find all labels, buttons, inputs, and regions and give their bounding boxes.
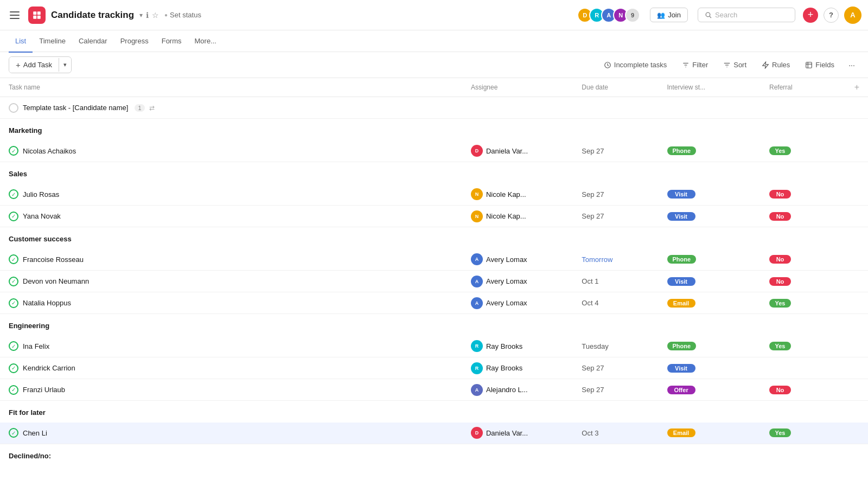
- task-check[interactable]: [9, 298, 18, 308]
- referral-badge: No: [769, 212, 791, 221]
- avatar-overflow-count[interactable]: 9: [625, 8, 640, 23]
- section-header-row: Engineering: [0, 314, 868, 336]
- interview-badge: Phone: [667, 146, 697, 155]
- referral-badge: Yes: [769, 299, 791, 308]
- star-icon[interactable]: ☆: [152, 11, 159, 20]
- add-task-main[interactable]: Add Task: [9, 57, 59, 73]
- assignee-avatar: A: [471, 297, 483, 309]
- referral-badge: Yes: [769, 428, 791, 437]
- interview-status-cell: Phone: [659, 249, 761, 271]
- interview-badge: Visit: [667, 190, 695, 199]
- assignee-cell: A Avery Lomax: [462, 271, 573, 292]
- interview-status-cell: Email: [659, 423, 761, 444]
- sort-button[interactable]: Sort: [718, 58, 752, 72]
- task-check[interactable]: [9, 146, 18, 156]
- due-date-cell: Sep 27: [573, 357, 658, 379]
- referral-cell: Yes: [761, 140, 846, 162]
- assignee-cell: A Avery Lomax: [462, 249, 573, 271]
- svg-point-4: [706, 12, 710, 17]
- add-cell: [846, 423, 868, 444]
- filter-button[interactable]: Filter: [676, 58, 713, 72]
- referral-badge: Yes: [769, 146, 791, 155]
- referral-cell: [761, 357, 846, 379]
- team-avatars[interactable]: D R A N 9: [577, 8, 640, 23]
- assignee-cell: D Daniela Var...: [462, 423, 573, 444]
- col-assignee: Assignee: [462, 78, 573, 97]
- section-title: Customer success: [0, 227, 868, 249]
- more-options-button[interactable]: ···: [844, 57, 859, 73]
- rules-button[interactable]: Rules: [756, 58, 795, 72]
- project-title: Candidate tracking: [51, 10, 134, 21]
- add-cell: [846, 271, 868, 292]
- col-due-date: Due date: [573, 78, 658, 97]
- assignee-cell: A Alejandro L...: [462, 379, 573, 401]
- referral-badge: Yes: [769, 342, 791, 350]
- tab-calendar[interactable]: Calendar: [72, 31, 114, 53]
- referral-badge: No: [769, 190, 791, 199]
- create-button[interactable]: +: [803, 8, 818, 23]
- referral-cell: No: [761, 184, 846, 206]
- due-date-cell: Oct 4: [573, 292, 658, 314]
- referral-badge: No: [769, 277, 791, 286]
- info-icon[interactable]: ℹ: [146, 11, 149, 20]
- add-cell: [846, 184, 868, 206]
- referral-cell: No: [761, 249, 846, 271]
- svg-rect-13: [806, 62, 812, 68]
- task-name-cell: Francoise Rosseau: [0, 249, 462, 271]
- add-cell: [846, 97, 868, 119]
- tab-more[interactable]: More...: [188, 31, 223, 53]
- task-check[interactable]: [9, 363, 18, 373]
- section-header-row: Declined/no:: [0, 444, 868, 466]
- dropdown-icon[interactable]: ▾: [139, 11, 143, 19]
- assignee-cell: R Ray Brooks: [462, 357, 573, 379]
- add-task-button[interactable]: Add Task ▾: [9, 56, 72, 73]
- task-check[interactable]: [9, 385, 18, 395]
- tab-progress[interactable]: Progress: [114, 31, 155, 53]
- interview-badge: Visit: [667, 212, 695, 221]
- section-title: Declined/no:: [0, 444, 868, 466]
- section-header-row: Fit for later: [0, 401, 868, 423]
- table-row: Chen Li D Daniela Var... Oct 3EmailYes: [0, 423, 868, 444]
- user-avatar[interactable]: A: [844, 7, 861, 24]
- task-check[interactable]: [9, 212, 18, 221]
- task-check[interactable]: [9, 277, 18, 286]
- task-check[interactable]: [9, 254, 18, 264]
- search-box[interactable]: Search: [698, 8, 795, 22]
- col-add[interactable]: +: [846, 78, 868, 97]
- col-task-name: Task name: [0, 78, 462, 97]
- interview-status-cell: Visit: [659, 357, 761, 379]
- svg-rect-0: [33, 11, 36, 15]
- task-check[interactable]: [9, 428, 18, 438]
- set-status-button[interactable]: Set status: [164, 11, 201, 19]
- task-name-cell: Chen Li: [0, 423, 462, 444]
- tab-forms[interactable]: Forms: [155, 31, 188, 53]
- task-name-cell: Kendrick Carrion: [0, 357, 462, 379]
- task-check[interactable]: [9, 341, 18, 351]
- task-check[interactable]: [9, 189, 18, 199]
- interview-status-cell: [659, 97, 761, 119]
- help-button[interactable]: ?: [824, 8, 839, 23]
- due-date-cell: Sep 27: [573, 140, 658, 162]
- task-name-cell: Yana Novak: [0, 206, 462, 227]
- tab-list[interactable]: List: [9, 31, 33, 53]
- hamburger-menu[interactable]: [7, 8, 23, 22]
- svg-line-5: [710, 16, 711, 18]
- top-bar: Candidate tracking ▾ ℹ ☆ Set status D R …: [0, 0, 868, 30]
- fields-button[interactable]: Fields: [800, 58, 840, 72]
- table-row: Template task - [Candidate name] 1 ⇄: [0, 97, 868, 119]
- assignee-cell: A Avery Lomax: [462, 292, 573, 314]
- add-cell: [846, 249, 868, 271]
- task-name-cell: Nicolas Achaikos: [0, 140, 462, 162]
- task-check[interactable]: [9, 103, 18, 113]
- title-actions: ▾ ℹ ☆: [139, 11, 159, 20]
- interview-status-cell: Email: [659, 292, 761, 314]
- join-button[interactable]: Join: [650, 8, 688, 22]
- interview-badge: Email: [667, 299, 695, 308]
- task-name-cell: Julio Rosas: [0, 184, 462, 206]
- tab-timeline[interactable]: Timeline: [33, 31, 72, 53]
- add-task-dropdown[interactable]: ▾: [59, 58, 71, 72]
- incomplete-tasks-filter[interactable]: Incomplete tasks: [598, 58, 673, 72]
- tasks-table-container: Task name Assignee Due date Interview st…: [0, 78, 868, 466]
- section-title: Fit for later: [0, 401, 868, 423]
- interview-status-cell: Visit: [659, 206, 761, 227]
